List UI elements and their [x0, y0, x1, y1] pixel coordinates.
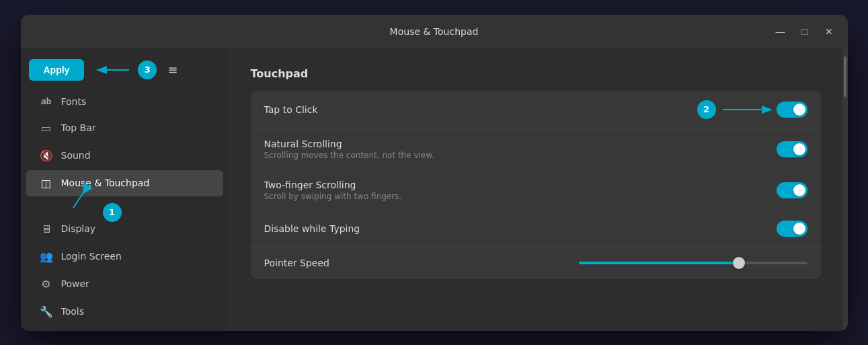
two-finger-scrolling-toggle[interactable]: [777, 182, 807, 198]
power-icon: ⚙: [40, 278, 53, 291]
pointer-speed-track[interactable]: [579, 262, 807, 264]
two-finger-scrolling-row: Two-finger Scrolling Scroll by swiping w…: [251, 170, 821, 211]
disable-while-typing-label: Disable while Typing: [264, 223, 777, 234]
natural-scrolling-desc: Scrolling moves the content, not the vie…: [264, 151, 777, 160]
main-content: Touchpad Tap to Click 2: [229, 48, 842, 331]
annotation-bubble-1: 1: [103, 203, 122, 222]
apply-button[interactable]: Apply: [29, 59, 85, 81]
toggle-thumb-4: [793, 223, 805, 235]
arrow-3-annotation: [92, 62, 132, 78]
content-area: Apply 3 ≡: [21, 48, 848, 331]
sidebar-item-label-display: Display: [61, 223, 96, 234]
mouse-icon: ◫: [40, 177, 53, 190]
scrollbar[interactable]: [842, 48, 848, 331]
tap-to-click-text: Tap to Click: [264, 104, 697, 115]
sidebar-item-label-sound: Sound: [61, 150, 91, 161]
fonts-icon: ab: [40, 96, 53, 106]
two-finger-scrolling-label: Two-finger Scrolling: [264, 180, 777, 190]
tap-to-click-label: Tap to Click: [264, 104, 697, 115]
tap-to-click-row: Tap to Click 2: [251, 91, 821, 129]
tools-icon: 🔧: [40, 305, 53, 318]
sidebar-item-login-screen[interactable]: 👥 Login Screen: [26, 243, 223, 270]
settings-card: Tap to Click 2: [251, 91, 821, 279]
toggle-thumb-3: [793, 184, 805, 196]
sidebar-header: Apply 3 ≡: [21, 54, 229, 89]
toggle-thumb-2: [793, 143, 805, 155]
arrow-2-annotation: [723, 103, 777, 116]
pointer-speed-row: Pointer Speed: [251, 247, 821, 279]
sidebar-item-power[interactable]: ⚙ Power: [26, 271, 223, 297]
sidebar-item-label-tools: Tools: [61, 306, 85, 317]
hamburger-icon[interactable]: ≡: [165, 60, 180, 79]
toggle-track-4: [777, 221, 807, 237]
disable-while-typing-row: Disable while Typing: [251, 211, 821, 247]
sidebar-item-label-login: Login Screen: [61, 251, 122, 262]
sidebar-item-label-top-bar: Top Bar: [61, 122, 96, 133]
window-controls: — □ ✕: [770, 22, 840, 41]
sound-icon: 🔇: [40, 149, 53, 162]
toggle-thumb: [793, 104, 805, 116]
maximize-button[interactable]: □: [794, 22, 816, 41]
pointer-speed-label: Pointer Speed: [264, 258, 579, 268]
top-bar-icon: ▭: [40, 122, 53, 135]
toggle-track-3: [777, 182, 807, 198]
sidebar-item-label-fonts: Fonts: [61, 96, 87, 107]
section-title: Touchpad: [251, 67, 821, 80]
sidebar-item-top-bar[interactable]: ▭ Top Bar: [26, 115, 223, 141]
disable-while-typing-text: Disable while Typing: [264, 223, 777, 234]
disable-while-typing-toggle[interactable]: [777, 221, 807, 237]
sidebar-item-fonts[interactable]: ab Fonts: [26, 89, 223, 114]
titlebar: Mouse & Touchpad — □ ✕: [21, 15, 848, 48]
annotation-1-group: 1: [67, 184, 122, 222]
login-icon: 👥: [40, 250, 53, 263]
toggle-track-2: [777, 141, 807, 157]
svg-line-1: [73, 190, 85, 208]
display-icon: 🖥: [40, 223, 53, 235]
sidebar-item-label-power: Power: [61, 278, 89, 289]
natural-scrolling-label: Natural Scrolling: [264, 139, 777, 149]
two-finger-scrolling-desc: Scroll by swiping with two fingers.: [264, 192, 777, 201]
close-button[interactable]: ✕: [818, 22, 840, 41]
app-window: Mouse & Touchpad — □ ✕ Apply: [21, 15, 848, 331]
scrollbar-thumb[interactable]: [844, 56, 846, 97]
sidebar-item-sound[interactable]: 🔇 Sound: [26, 143, 223, 169]
natural-scrolling-row: Natural Scrolling Scrolling moves the co…: [251, 129, 821, 170]
arrow-1-annotation: [67, 184, 100, 211]
toggle-track: [777, 102, 807, 118]
window-title: Mouse & Touchpad: [390, 26, 479, 37]
sidebar: Apply 3 ≡: [21, 48, 229, 331]
tap-to-click-annotation: 2: [697, 100, 777, 119]
sidebar-item-mouse-touchpad[interactable]: ◫ Mouse & Touchpad 1: [26, 170, 223, 196]
natural-scrolling-toggle[interactable]: [777, 141, 807, 157]
annotation-bubble-3: 3: [138, 61, 157, 79]
sidebar-item-tools[interactable]: 🔧 Tools: [26, 299, 223, 325]
pointer-speed-thumb[interactable]: [733, 257, 745, 269]
sidebar-item-display[interactable]: 🖥 Display: [26, 216, 223, 242]
natural-scrolling-text: Natural Scrolling Scrolling moves the co…: [264, 139, 777, 160]
two-finger-scrolling-text: Two-finger Scrolling Scroll by swiping w…: [264, 180, 777, 201]
tap-to-click-toggle[interactable]: [777, 102, 807, 118]
minimize-button[interactable]: —: [770, 22, 791, 41]
annotation-bubble-2: 2: [697, 100, 716, 119]
pointer-speed-slider-container: [579, 262, 807, 264]
